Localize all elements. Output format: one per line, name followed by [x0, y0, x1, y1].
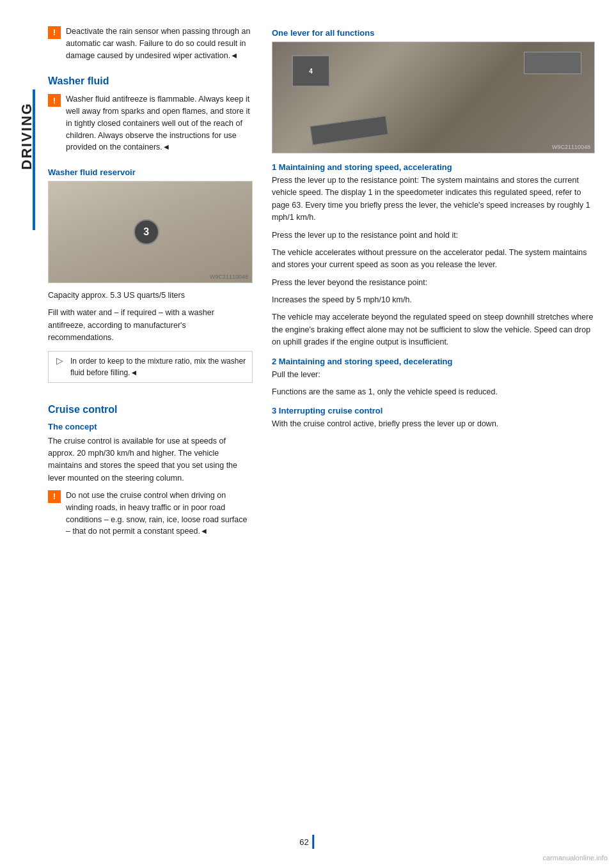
sidebar: Driving	[0, 0, 35, 868]
washer-image-corner-label: W9C21110048	[210, 274, 248, 280]
washer-reservoir-subheading: Washer fluid reservoir	[48, 167, 253, 177]
section2-title: Maintaining and storing speed, decelerat…	[279, 357, 453, 366]
washer-fluid-image: 3 W9C21110048	[48, 181, 253, 283]
cruise-warning: ! Do not use the cruise control when dri…	[48, 490, 253, 538]
one-lever-heading: One lever for all functions	[272, 28, 595, 38]
lever-image: 4 W9C21110048	[272, 42, 595, 153]
capacity-text: Capacity approx. 5.3 US quarts/5 liters	[48, 290, 253, 302]
section1-para3: The vehicle accelerates without pressure…	[272, 247, 595, 272]
section1-para5: Increases the speed by 5 mph/10 km/h.	[272, 294, 595, 306]
section1-number: 1	[272, 162, 276, 172]
washer-fluid-warning: ! Washer fluid antifreeze is flammable. …	[48, 93, 253, 153]
rain-sensor-warning: ! Deactivate the rain sensor when passin…	[48, 26, 253, 61]
lever-image-id: W9C21110048	[552, 144, 590, 150]
warning-icon-rain: !	[48, 26, 61, 39]
concept-text: The cruise control is available for use …	[48, 435, 253, 485]
section3-number: 3	[272, 406, 276, 415]
washer-image-circle-label: 3	[143, 226, 149, 238]
warning-icon-cruise: !	[48, 490, 61, 503]
right-column: One lever for all functions 4 W9C2111004…	[272, 26, 595, 830]
section3-text: With the cruise control active, briefly …	[272, 418, 595, 430]
section1-para2: Press the lever up to the resistance poi…	[272, 229, 595, 242]
concept-subheading: The concept	[48, 422, 253, 431]
cruise-warning-text: Do not use the cruise control when drivi…	[66, 490, 253, 538]
page-number-area: 62	[299, 835, 314, 849]
watermark: carmanualonline.info	[542, 854, 608, 862]
section1-para4: Press the lever beyond the resistance po…	[272, 277, 595, 289]
note-triangle-icon: ▷	[54, 355, 65, 367]
section3-title: Interrupting cruise control	[279, 406, 383, 415]
fill-text: Fill with water and – if required – with…	[48, 307, 253, 344]
section2-subtext: Functions are the same as 1, only the ve…	[272, 386, 595, 398]
left-column: ! Deactivate the rain sensor when passin…	[48, 26, 253, 830]
section3-heading: 3 Interrupting cruise control	[272, 406, 595, 415]
warning-icon-washer: !	[48, 94, 61, 107]
rain-sensor-warning-text: Deactivate the rain sensor when passing …	[66, 26, 253, 61]
section1-para1: Press the lever up to the resistance poi…	[272, 174, 595, 224]
page-container: Driving ! Deactivate the rain sensor whe…	[0, 0, 614, 868]
section1-para6: The vehicle may accelerate beyond the re…	[272, 311, 595, 348]
mixture-note-text: In order to keep to the mixture ratio, m…	[70, 355, 247, 378]
section1-title: Maintaining and storing speed, accelerat…	[279, 162, 452, 172]
sidebar-label: Driving	[19, 102, 35, 170]
page-number: 62	[299, 837, 308, 847]
mixture-note: ▷ In order to keep to the mixture ratio,…	[48, 351, 253, 383]
section1-heading: 1 Maintaining and storing speed, acceler…	[272, 162, 595, 172]
section2-heading: 2 Maintaining and storing speed, deceler…	[272, 357, 595, 366]
cruise-control-heading: Cruise control	[48, 404, 253, 415]
section2-number: 2	[272, 357, 276, 366]
washer-fluid-warning-text: Washer fluid antifreeze is flammable. Al…	[66, 93, 253, 153]
section2-text: Pull the lever:	[272, 369, 595, 381]
washer-fluid-heading: Washer fluid	[48, 75, 253, 87]
main-content: ! Deactivate the rain sensor when passin…	[35, 0, 614, 868]
page-bar	[313, 835, 315, 849]
